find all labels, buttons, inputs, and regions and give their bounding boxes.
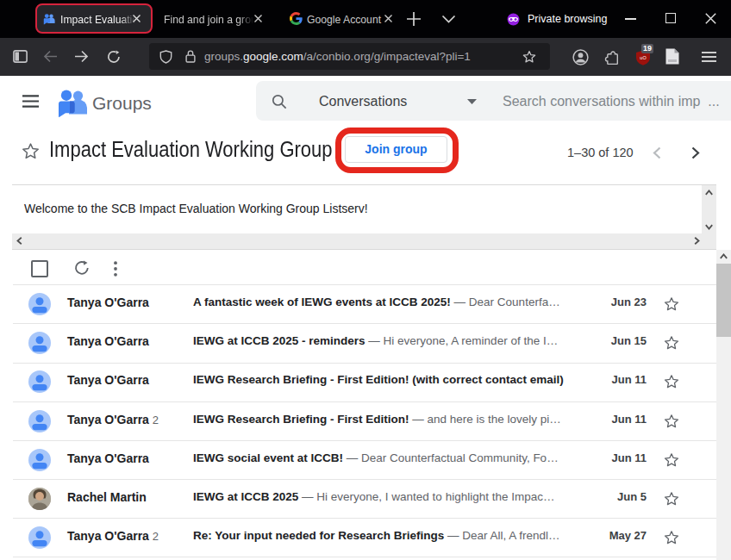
svg-text:uO: uO [640,55,647,60]
